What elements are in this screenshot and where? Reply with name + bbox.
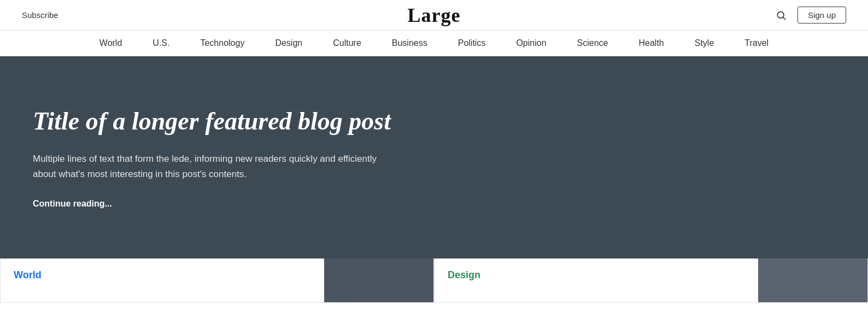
nav-item-technology[interactable]: Technology	[185, 31, 260, 56]
nav-item-world[interactable]: World	[84, 31, 138, 56]
site-title: Large	[408, 4, 461, 26]
hero-title: Title of a longer featured blog post	[33, 106, 404, 136]
subscribe-link[interactable]: Subscribe	[22, 10, 58, 20]
cards-row: World Design	[0, 258, 868, 303]
hero-banner: Title of a longer featured blog post Mul…	[0, 56, 868, 258]
nav-item-style[interactable]: Style	[679, 31, 730, 56]
nav-item-opinion[interactable]: Opinion	[501, 31, 561, 56]
signup-button[interactable]: Sign up	[797, 7, 846, 24]
header-right: Sign up	[773, 7, 846, 24]
nav-item-health[interactable]: Health	[623, 31, 679, 56]
search-button[interactable]	[773, 8, 789, 23]
hero-lede: Multiple lines of text that form the led…	[33, 151, 394, 181]
site-header: Subscribe Large Sign up	[0, 0, 868, 31]
header-left: Subscribe	[22, 10, 58, 20]
nav-item-business[interactable]: Business	[377, 31, 443, 56]
card-design: Design	[434, 258, 868, 303]
nav-item-culture[interactable]: Culture	[318, 31, 377, 56]
nav-item-design[interactable]: Design	[260, 31, 318, 56]
hero-continue-link[interactable]: Continue reading...	[33, 199, 835, 209]
nav-item-science[interactable]: Science	[562, 31, 624, 56]
card-world-image	[324, 258, 433, 302]
svg-point-0	[777, 11, 784, 18]
card-design-image	[758, 258, 867, 302]
nav-item-politics[interactable]: Politics	[443, 31, 501, 56]
card-world-category[interactable]: World	[14, 269, 311, 281]
main-nav: World U.S. Technology Design Culture Bus…	[0, 31, 868, 56]
card-design-category[interactable]: Design	[448, 269, 745, 281]
svg-line-1	[783, 17, 785, 19]
nav-item-travel[interactable]: Travel	[729, 31, 784, 56]
search-icon	[776, 10, 787, 21]
header-center: Large	[408, 4, 461, 27]
card-design-content: Design	[435, 258, 758, 302]
card-world-content: World	[1, 258, 324, 302]
card-world: World	[0, 258, 434, 303]
nav-item-us[interactable]: U.S.	[137, 31, 185, 56]
